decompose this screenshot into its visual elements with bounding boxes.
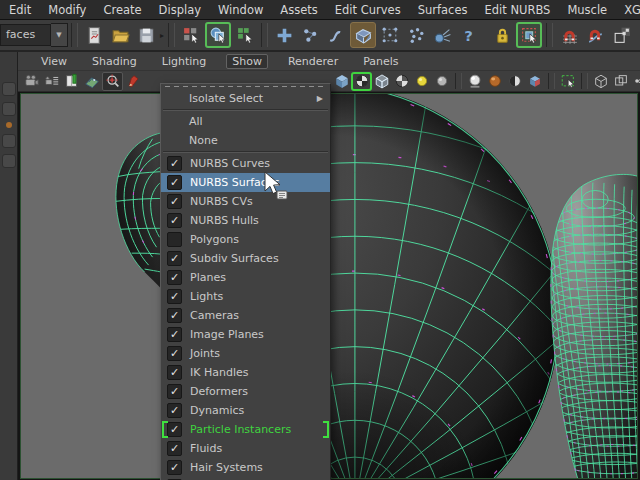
checkbox-particle-instancers[interactable]: ✓ — [167, 422, 182, 437]
menu-item-cameras[interactable]: ✓Cameras — [161, 306, 330, 325]
menu-item-isolate-select[interactable]: Isolate Select▶ — [161, 89, 330, 108]
chevron-down-icon[interactable]: ▼ — [51, 23, 68, 47]
panel-menu-view[interactable]: View — [36, 54, 72, 69]
selection-mask-value[interactable]: faces — [0, 24, 51, 46]
menu-item-none[interactable]: None — [161, 131, 330, 150]
checkbox-cameras[interactable]: ✓ — [167, 308, 182, 323]
textured-shading-icon[interactable] — [352, 73, 371, 90]
highlight-selection-icon[interactable] — [516, 22, 542, 48]
toolbar-groove[interactable] — [455, 73, 462, 89]
menu-edit-nurbs[interactable]: Edit NURBS — [484, 3, 550, 17]
checkbox-lights[interactable]: ✓ — [167, 289, 182, 304]
menu-edit[interactable]: Edit — [9, 3, 31, 17]
select-camera-icon[interactable] — [22, 73, 41, 90]
toolbox-button[interactable] — [2, 82, 16, 96]
toolbar-groove[interactable] — [71, 23, 78, 47]
isolate-select-icon[interactable] — [558, 73, 577, 90]
toolbar-groove[interactable] — [546, 23, 553, 47]
menu-item-hair-systems[interactable]: ✓Hair Systems — [161, 458, 330, 477]
mask-curves-icon[interactable] — [324, 23, 348, 47]
toolbar-groove[interactable] — [168, 23, 175, 47]
checkbox-image-planes[interactable]: ✓ — [167, 327, 182, 342]
menu-item-joints[interactable]: ✓Joints — [161, 344, 330, 363]
shade-cube-icon[interactable] — [525, 73, 544, 90]
mask-surfaces-icon[interactable] — [350, 22, 376, 48]
camera-attributes-icon[interactable] — [42, 73, 61, 90]
make-live-icon[interactable] — [609, 23, 633, 47]
menu-item-particle-instancers[interactable]: ✓Particle Instancers — [161, 420, 330, 439]
mask-handles-icon[interactable] — [272, 23, 296, 47]
image-plane-icon[interactable] — [82, 73, 101, 90]
mask-deformations-icon[interactable] — [378, 23, 402, 47]
snap-grids-icon[interactable] — [557, 23, 581, 47]
checkbox-dynamics[interactable]: ✓ — [167, 403, 182, 418]
checkbox-ik-handles[interactable]: ✓ — [167, 365, 182, 380]
menu-item-nurbs-hulls[interactable]: ✓NURBS Hulls — [161, 211, 330, 230]
menu-modify[interactable]: Modify — [48, 3, 86, 17]
zoom-region-icon[interactable] — [102, 72, 123, 91]
toolbar-groove[interactable] — [581, 73, 588, 89]
toolbar-groove[interactable] — [261, 23, 268, 47]
menu-item-planes[interactable]: ✓Planes — [161, 268, 330, 287]
toolbox-button[interactable] — [6, 122, 12, 128]
save-scene-icon[interactable] — [134, 23, 158, 47]
menu-display[interactable]: Display — [159, 3, 201, 17]
menu-surfaces[interactable]: Surfaces — [418, 3, 468, 17]
menu-item-nurbs-curves[interactable]: ✓NURBS Curves — [161, 154, 330, 173]
checkbox-fluids[interactable]: ✓ — [167, 441, 182, 456]
toolbox-button[interactable] — [2, 134, 16, 148]
checkbox-joints[interactable]: ✓ — [167, 346, 182, 361]
bookmarks-icon[interactable] — [62, 73, 81, 90]
menu-xgen[interactable]: XGen — [624, 3, 640, 17]
menu-item-lights[interactable]: ✓Lights — [161, 287, 330, 306]
lights-on-icon[interactable] — [412, 73, 431, 90]
menu-item-nurbs-cvs[interactable]: ✓NURBS CVs — [161, 192, 330, 211]
mask-rendering-icon[interactable] — [430, 23, 454, 47]
checkbox-nurbs-hulls[interactable]: ✓ — [167, 213, 182, 228]
wire-cube-icon[interactable] — [591, 73, 610, 90]
lights-off-icon[interactable] — [432, 73, 451, 90]
menu-item-subdiv-surfaces[interactable]: ✓Subdiv Surfaces — [161, 249, 330, 268]
toolbox-button[interactable] — [2, 102, 16, 116]
snap-curves-icon[interactable] — [583, 23, 607, 47]
toolbar-groove[interactable] — [548, 73, 555, 89]
textures-icon[interactable] — [392, 73, 411, 90]
checkbox-deformers[interactable]: ✓ — [167, 384, 182, 399]
help-icon[interactable]: ? — [456, 23, 480, 47]
checkbox-nurbs-curves[interactable]: ✓ — [167, 156, 182, 171]
mask-points-icon[interactable] — [298, 23, 322, 47]
panel-menu-panels[interactable]: Panels — [358, 54, 403, 69]
lock-selection-icon[interactable] — [490, 23, 514, 47]
select-object-icon[interactable] — [205, 22, 231, 48]
half-shade-icon[interactable] — [505, 73, 524, 90]
menu-create[interactable]: Create — [103, 3, 141, 17]
xray-icon[interactable] — [611, 73, 630, 90]
checkbox-nurbs-surfaces[interactable]: ✓ — [167, 175, 182, 190]
menu-window[interactable]: Window — [218, 3, 263, 17]
panel-menu-lighting[interactable]: Lighting — [157, 54, 211, 69]
menu-item-dynamics[interactable]: ✓Dynamics — [161, 401, 330, 420]
menu-item-all[interactable]: All — [161, 112, 330, 131]
wireframe-on-shaded-icon[interactable] — [372, 73, 391, 90]
checkbox-nurbs-cvs[interactable]: ✓ — [167, 194, 182, 209]
menu-item-fluids[interactable]: ✓Fluids — [161, 439, 330, 458]
select-component-icon[interactable] — [233, 23, 257, 47]
mask-dynamics-icon[interactable] — [404, 23, 428, 47]
menu-muscle[interactable]: Muscle — [567, 3, 607, 17]
checkbox-subdiv-surfaces[interactable]: ✓ — [167, 251, 182, 266]
smooth-shade-icon[interactable] — [332, 73, 351, 90]
new-scene-icon[interactable] — [82, 23, 106, 47]
menu-edit-curves[interactable]: Edit Curves — [335, 3, 401, 17]
panel-menu-renderer[interactable]: Renderer — [283, 54, 343, 69]
menu-assets[interactable]: Assets — [280, 3, 317, 17]
collapse-arrow-icon[interactable]: ▸ — [160, 31, 164, 40]
menu-item-image-planes[interactable]: ✓Image Planes — [161, 325, 330, 344]
material-sphere-icon[interactable] — [485, 73, 504, 90]
grease-pencil-icon[interactable] — [124, 73, 143, 90]
menu-item-deformers[interactable]: ✓Deformers — [161, 382, 330, 401]
menu-item-nurbs-surfaces[interactable]: ✓NURBS Surfaces — [161, 173, 330, 192]
menu-item-polygons[interactable]: ✓Polygons — [161, 230, 330, 249]
menu-item-ik-handles[interactable]: ✓IK Handles — [161, 363, 330, 382]
open-scene-icon[interactable] — [108, 23, 132, 47]
connections-icon[interactable] — [631, 73, 640, 90]
